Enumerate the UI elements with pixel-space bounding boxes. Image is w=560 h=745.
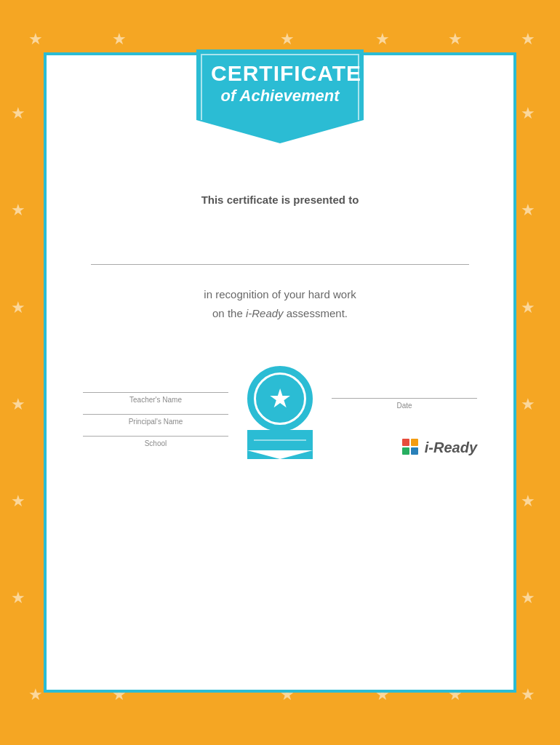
date-label: Date xyxy=(332,402,477,410)
date-section: Date xyxy=(332,398,477,410)
star-icon: ★ xyxy=(11,395,25,414)
star-icon: ★ xyxy=(521,201,535,220)
star-icon: ★ xyxy=(521,298,535,317)
star-icon: ★ xyxy=(521,492,535,511)
svg-rect-1 xyxy=(411,439,418,446)
star-icon: ★ xyxy=(521,104,535,123)
star-icon: ★ xyxy=(11,104,25,123)
star-icon: ★ xyxy=(521,30,535,49)
star-icon: ★ xyxy=(521,685,535,704)
star-icon: ★ xyxy=(28,30,43,49)
school-label: School xyxy=(83,439,228,447)
badge-circle: ★ xyxy=(247,366,313,431)
teacher-label: Teacher's Name xyxy=(83,396,228,404)
star-icon: ★ xyxy=(448,30,463,49)
star-icon: ★ xyxy=(28,685,43,704)
star-icon: ★ xyxy=(375,30,390,49)
star-icon: ★ xyxy=(11,492,25,511)
certificate-title: CERTIFICATE xyxy=(211,61,349,85)
svg-rect-2 xyxy=(402,447,409,455)
principal-sig: Principal's Name xyxy=(83,414,228,426)
achievement-badge: ★ xyxy=(247,366,313,450)
name-line xyxy=(91,264,469,265)
presented-to-text: This certificate is presented to xyxy=(201,194,359,206)
card-content: This certificate is presented to in reco… xyxy=(47,55,513,690)
logo-cube-icon xyxy=(401,437,421,458)
teacher-sig: Teacher's Name xyxy=(83,392,228,404)
school-sig: School xyxy=(83,436,228,447)
iready-logo-text: i-Ready xyxy=(425,439,477,456)
star-icon: ★ xyxy=(11,298,25,317)
star-icon: ★ xyxy=(521,589,535,607)
principal-line xyxy=(83,414,228,415)
recognition-text: in recognition of your hard work on the … xyxy=(204,285,356,322)
certificate-subtitle: of Achievement xyxy=(211,87,349,105)
svg-rect-0 xyxy=(402,439,409,446)
star-icon: ★ xyxy=(112,30,127,49)
badge-ribbon-inner xyxy=(254,439,306,441)
badge-star-icon: ★ xyxy=(268,383,292,414)
bottom-section: Teacher's Name Principal's Name School ★ xyxy=(47,366,513,487)
school-line xyxy=(83,436,228,437)
badge-ribbon xyxy=(247,430,313,450)
signatures-left: Teacher's Name Principal's Name School xyxy=(83,392,228,458)
svg-rect-3 xyxy=(411,447,418,455)
banner: CERTIFICATE of Achievement xyxy=(196,49,364,143)
star-icon: ★ xyxy=(280,30,295,49)
iready-logo: i-Ready xyxy=(401,437,477,458)
star-icon: ★ xyxy=(11,589,25,607)
date-line xyxy=(332,398,477,399)
principal-label: Principal's Name xyxy=(83,418,228,426)
signatures-right: Date i-Ready xyxy=(332,398,477,458)
page-background: ★ ★ ★ ★ ★ ★ ★ ★ ★ ★ ★ ★ ★ ★ ★ ★ ★ ★ ★ ★ … xyxy=(0,0,560,745)
banner-body: CERTIFICATE of Achievement xyxy=(196,49,364,120)
teacher-line xyxy=(83,392,228,393)
star-icon: ★ xyxy=(521,395,535,414)
banner-notch xyxy=(196,120,364,143)
certificate-card: CERTIFICATE of Achievement This certific… xyxy=(44,52,516,693)
star-icon: ★ xyxy=(11,201,25,220)
